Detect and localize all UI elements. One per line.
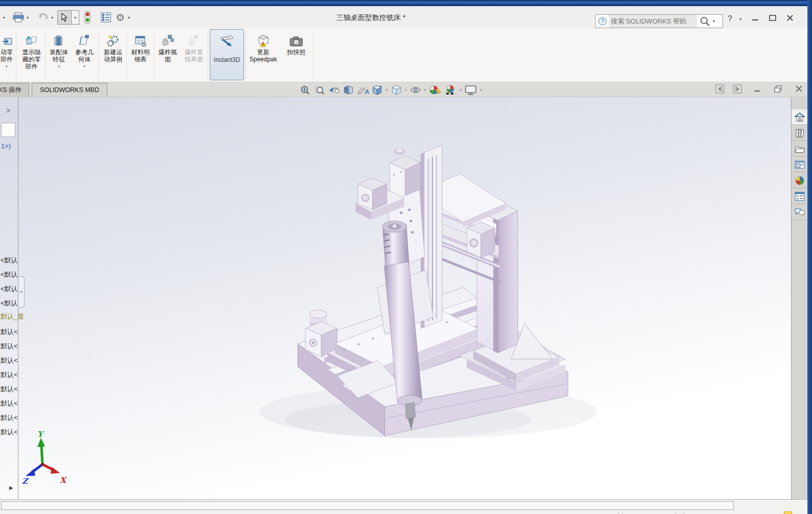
window-close-button[interactable]: [786, 14, 794, 21]
move-component-button[interactable]: 动零部件 ▾: [0, 29, 13, 80]
tree-item[interactable]: 默认<: [1, 428, 18, 437]
tree-item[interactable]: 默认<: [1, 327, 18, 337]
tree-item[interactable]: 默认<: [1, 342, 18, 351]
taskpane-design-library-button[interactable]: [792, 125, 807, 141]
dynamic-annotation-views-icon[interactable]: A: [357, 84, 369, 96]
select-cursor-icon: [60, 13, 69, 22]
take-snapshot-icon: [289, 35, 303, 48]
move-component-icon: [1, 35, 13, 48]
section-view-icon[interactable]: [342, 84, 355, 96]
tree-item[interactable]: 默认_显: [1, 312, 24, 321]
home-icon: [794, 112, 805, 122]
status-bar: [0, 499, 807, 514]
quick-toolbar-caret[interactable]: ▾: [3, 10, 5, 25]
folder-icon: [794, 144, 805, 153]
feature-manager-panel[interactable]: > 1>) <默认 <默认 <默认 <默认 默认_显 默认< 默认< 默认< 默…: [0, 97, 18, 499]
task-pane: [791, 97, 807, 499]
new-motion-study-button[interactable]: 新建运动算例: [100, 29, 126, 80]
tree-item[interactable]: 默认<: [1, 413, 18, 422]
tree-item[interactable]: 默认<: [1, 356, 18, 365]
hide-show-items-caret[interactable]: ▾: [424, 88, 426, 92]
take-snapshot-button[interactable]: 拍快照: [281, 29, 312, 80]
edit-appearance-icon[interactable]: [429, 84, 442, 96]
show-hide-components-button[interactable]: 显示隐藏的零部件: [18, 29, 45, 80]
tab-row: KS 插件 SOLIDWORKS MBD A ▾ ▾ ▾ ▾ ▾: [0, 82, 807, 97]
tree-item[interactable]: 默认<: [1, 399, 18, 408]
hide-show-items-icon[interactable]: [409, 84, 422, 96]
search-widget[interactable]: ? ▾: [595, 14, 723, 28]
help-circle-icon: ?: [598, 17, 607, 26]
heads-up-view-toolbar: A ▾ ▾ ▾ ▾ ▾: [299, 83, 482, 96]
viewport-3d[interactable]: Y Z X: [19, 97, 791, 499]
help-caret[interactable]: ▾: [739, 17, 741, 21]
taskpane-view-palette-button[interactable]: [792, 157, 807, 172]
zoom-to-fit-icon[interactable]: [299, 84, 312, 96]
document-close-button[interactable]: [795, 85, 803, 93]
explode-line-sketch-icon: [187, 34, 201, 48]
print-button[interactable]: ▾: [12, 10, 29, 25]
help-button[interactable]: ?: [728, 14, 732, 24]
reference-geometry-button[interactable]: 参考几何体 ▾: [72, 29, 97, 80]
view-orientation-icon[interactable]: [371, 84, 383, 96]
panel-filter-box[interactable]: [1, 123, 15, 137]
taskpane-appearances-button[interactable]: [792, 173, 807, 188]
reference-triad: Y Z X: [22, 430, 67, 486]
window-minimize-button[interactable]: [751, 14, 759, 21]
view-settings-icon[interactable]: [464, 84, 477, 96]
graphics-area[interactable]: Y Z X > 1>) <默认 <默认 <默认 <默认 默认_显 默认< 默认<…: [0, 97, 807, 499]
previous-pane-icon[interactable]: [715, 84, 725, 94]
search-magnifier-icon[interactable]: [699, 16, 711, 27]
cnc-machine-model[interactable]: Y Z X: [22, 145, 597, 486]
tab-solidworks-mbd[interactable]: SOLIDWORKS MBD: [32, 83, 107, 97]
document-minimize-button[interactable]: [753, 85, 761, 93]
desktop-background-strip: [807, 0, 812, 514]
display-style-icon[interactable]: [390, 84, 403, 96]
undo-button[interactable]: ▾: [37, 10, 53, 25]
apply-scene-caret[interactable]: ▾: [460, 88, 462, 92]
panel-splitter-handle[interactable]: [18, 276, 25, 308]
tab-solidworks-addins[interactable]: KS 插件: [0, 83, 29, 97]
options-list-icon: [100, 12, 112, 23]
select-tool[interactable]: ▾: [57, 10, 79, 25]
tree-item[interactable]: <默认: [1, 256, 18, 265]
taskpane-forum-button[interactable]: [792, 205, 807, 220]
document-title: 三轴桌面型数控铣床 *: [287, 13, 455, 23]
window-maximize-button[interactable]: [769, 14, 777, 21]
explode-line-sketch-button: 爆炸直线草图: [181, 29, 207, 80]
taskpane-home-button[interactable]: [792, 109, 807, 125]
display-style-caret[interactable]: ▾: [405, 88, 407, 92]
view-settings-caret[interactable]: ▾: [480, 88, 482, 92]
panel-scroll-arrow[interactable]: ▶: [9, 485, 13, 490]
search-input[interactable]: [609, 15, 697, 28]
tree-item[interactable]: 默认<: [1, 385, 18, 394]
settings-button[interactable]: ⚙ ▾: [116, 10, 130, 25]
next-pane-icon[interactable]: [733, 84, 742, 94]
search-dropdown-caret[interactable]: ▾: [713, 19, 715, 24]
tree-item[interactable]: 默认<: [1, 370, 18, 379]
triad-y-label: Y: [37, 430, 45, 439]
zoom-to-area-icon[interactable]: [314, 84, 326, 96]
bill-of-materials-icon: [134, 34, 147, 48]
apply-scene-icon[interactable]: [444, 84, 457, 96]
tree-item[interactable]: <默认: [1, 284, 18, 294]
rebuild-button[interactable]: [84, 10, 91, 25]
flyout-assembly-name[interactable]: 1>): [1, 142, 11, 150]
document-restore-button[interactable]: [774, 85, 783, 93]
taskpane-file-explorer-button[interactable]: [792, 141, 807, 157]
taskpane-custom-properties-button[interactable]: [792, 189, 807, 204]
previous-view-icon[interactable]: [328, 84, 340, 96]
panel-expand-chevron[interactable]: >: [6, 106, 10, 115]
tree-item[interactable]: <默认: [1, 270, 18, 279]
update-speedpak-button[interactable]: 更新Speedpak: [247, 29, 279, 80]
assembly-features-button[interactable]: 装配体特征 ▾: [47, 29, 71, 80]
exploded-view-button[interactable]: 爆炸视图: [156, 29, 180, 80]
traffic-light-icon: [84, 11, 91, 24]
options-list-button[interactable]: [100, 10, 112, 25]
svg-text:A: A: [365, 88, 369, 96]
view-orientation-caret[interactable]: ▾: [386, 88, 388, 92]
status-tag-icon[interactable]: [784, 511, 792, 514]
window-top-border: [0, 0, 812, 6]
instant3d-button[interactable]: Instant3D: [210, 29, 244, 80]
bill-of-materials-button[interactable]: 材料明细表: [128, 29, 153, 80]
tree-item[interactable]: <默认: [1, 299, 18, 308]
